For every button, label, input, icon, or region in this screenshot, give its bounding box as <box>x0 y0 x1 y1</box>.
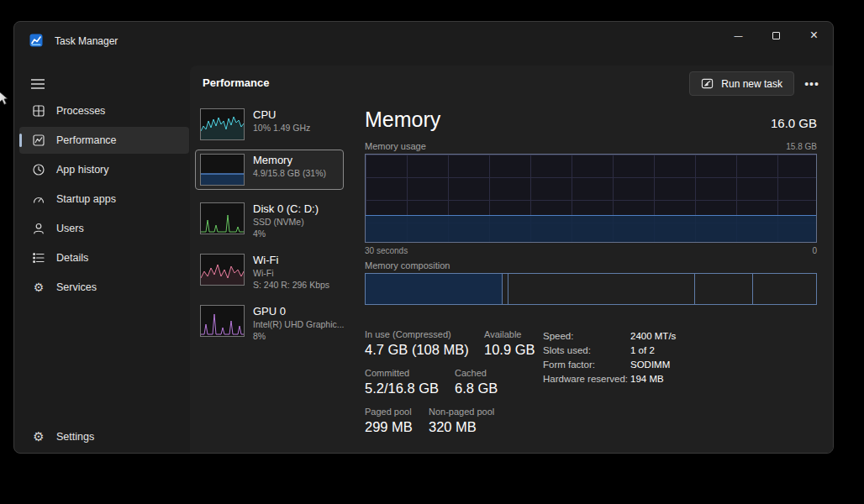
cached-value: 6.8 GB <box>455 381 498 396</box>
close-button[interactable]: × <box>795 22 833 49</box>
maximize-button[interactable] <box>757 22 795 49</box>
hamburger-icon <box>31 79 45 89</box>
sidebar-item-settings[interactable]: ⚙ Settings <box>19 423 189 450</box>
committed-value: 5.2/16.8 GB <box>365 381 439 396</box>
sidebar-item-processes[interactable]: Processes <box>19 97 189 124</box>
perf-card-gpu[interactable]: GPU 0 Intel(R) UHD Graphic... 8% <box>195 301 344 344</box>
window-controls: — × <box>719 22 833 49</box>
perf-card-title: Disk 0 (C: D:) <box>253 202 319 216</box>
perf-card-detail2: 8% <box>253 330 345 342</box>
committed-label: Committed <box>365 368 409 378</box>
paged-pool-value: 299 MB <box>365 419 413 435</box>
perf-card-title: GPU 0 <box>253 305 345 318</box>
task-manager-app-icon <box>29 34 43 47</box>
details-icon <box>32 251 45 265</box>
ellipsis-icon: ••• <box>804 77 819 91</box>
sidebar-item-details[interactable]: Details <box>19 244 189 271</box>
memory-total-capacity: 16.0 GB <box>771 116 817 130</box>
close-icon: × <box>810 28 818 43</box>
in-use-label: In use (Compressed) <box>365 329 451 339</box>
disk-mini-graph <box>200 202 245 234</box>
app-history-icon <box>32 163 45 176</box>
sidebar-item-label: App history <box>56 164 109 176</box>
composition-segment-free <box>695 274 753 304</box>
memory-usage-graph <box>365 154 817 243</box>
slots-used-label: Slots used: <box>543 345 591 355</box>
slots-used-value: 1 of 2 <box>630 345 655 355</box>
composition-segment-standby <box>508 274 695 304</box>
task-manager-window: Task Manager — × <box>13 21 834 454</box>
hardware-reserved-label: Hardware reserved: <box>543 374 628 384</box>
perf-card-detail: Intel(R) UHD Graphic... <box>253 318 345 330</box>
window-title: Task Manager <box>55 35 118 47</box>
composition-segment-in-use <box>366 274 503 304</box>
sidebar-item-users[interactable]: Users <box>19 215 189 242</box>
sidebar-item-label: Performance <box>56 134 117 146</box>
selected-accent-pill <box>19 134 22 147</box>
run-new-task-label: Run new task <box>721 78 782 90</box>
paged-pool-label: Paged pool <box>365 407 412 417</box>
perf-card-detail: SSD (NVMe) <box>253 216 319 228</box>
form-factor-value: SODIMM <box>630 360 670 370</box>
perf-card-detail: Wi-Fi <box>253 267 329 279</box>
graph-timeline-start: 30 seconds <box>365 246 408 255</box>
form-factor-label: Form factor: <box>543 360 595 370</box>
perf-card-wifi[interactable]: Wi-Fi Wi-Fi S: 240 R: 296 Kbps <box>195 249 344 293</box>
title-bar: Task Manager — × <box>14 22 833 59</box>
page-title: Performance <box>203 76 269 89</box>
processes-icon <box>32 104 45 118</box>
sidebar-item-label: Settings <box>56 431 94 443</box>
sidebar-item-label: Details <box>56 252 88 264</box>
performance-surface: Performance Run new task ••• <box>190 66 833 453</box>
perf-card-memory[interactable]: Memory 4.9/15.8 GB (31%) <box>195 150 344 190</box>
cpu-mini-graph <box>200 108 245 140</box>
perf-card-detail2: 4% <box>253 228 319 239</box>
sidebar-item-startup-apps[interactable]: Startup apps <box>19 186 189 213</box>
in-use-value: 4.7 GB (108 MB) <box>365 342 469 358</box>
cached-label: Cached <box>455 368 487 378</box>
perf-card-disk[interactable]: Disk 0 (C: D:) SSD (NVMe) 4% <box>195 198 344 242</box>
hardware-reserved-value: 194 MB <box>630 374 664 384</box>
wifi-mini-graph <box>200 254 245 286</box>
nonpaged-pool-value: 320 MB <box>429 419 477 435</box>
composition-segment-free-tail <box>753 274 816 304</box>
sidebar-item-label: Startup apps <box>56 193 116 205</box>
run-new-task-button[interactable]: Run new task <box>689 71 794 96</box>
memory-usage-label: Memory usage <box>365 141 426 151</box>
memory-usage-axis-max: 15.8 GB <box>786 142 817 151</box>
maximize-icon <box>772 32 780 39</box>
memory-usage-fill <box>366 215 816 242</box>
startup-apps-icon <box>32 192 45 206</box>
sidebar-item-services[interactable]: ⚙ Services <box>19 274 189 301</box>
users-icon <box>32 222 45 235</box>
minimize-button[interactable]: — <box>719 22 757 49</box>
perf-card-title: CPU <box>253 108 310 122</box>
performance-icon <box>32 134 45 147</box>
memory-mini-graph <box>200 154 245 186</box>
sidebar-item-label: Users <box>56 223 84 234</box>
sidebar-item-label: Services <box>56 281 97 293</box>
perf-card-detail2: S: 240 R: 296 Kbps <box>253 279 329 291</box>
services-icon: ⚙ <box>32 281 45 294</box>
desktop-background: Task Manager — × <box>0 0 864 504</box>
perf-card-detail: 4.9/15.8 GB (31%) <box>253 167 326 179</box>
speed-value: 2400 MT/s <box>630 331 676 341</box>
run-new-task-icon <box>701 77 714 90</box>
memory-panel-title: Memory <box>365 108 440 132</box>
memory-composition-bar <box>365 273 817 305</box>
perf-card-title: Memory <box>253 154 326 167</box>
sidebar-item-performance[interactable]: Performance <box>19 127 189 154</box>
perf-card-title: Wi-Fi <box>253 254 329 267</box>
gpu-mini-graph <box>200 305 245 337</box>
settings-gear-icon: ⚙ <box>32 430 45 444</box>
navigation-menu-button[interactable] <box>24 71 51 97</box>
perf-card-cpu[interactable]: CPU 10% 1.49 GHz <box>195 104 344 144</box>
speed-label: Speed: <box>543 331 573 341</box>
minimize-icon: — <box>735 31 743 40</box>
perf-card-detail: 10% 1.49 GHz <box>253 122 310 134</box>
available-value: 10.9 GB <box>484 342 535 358</box>
more-options-button[interactable]: ••• <box>799 73 824 95</box>
memory-composition-label: Memory composition <box>365 260 450 270</box>
sidebar-item-label: Processes <box>56 105 105 117</box>
sidebar-item-app-history[interactable]: App history <box>19 156 189 183</box>
